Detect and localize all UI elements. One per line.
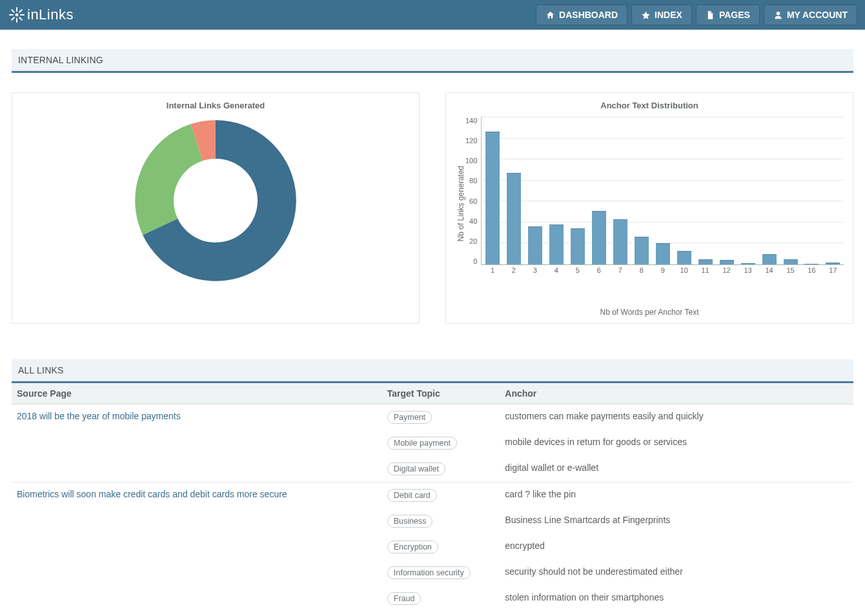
anchor-text: card ? like the pin — [500, 482, 853, 509]
topic-pill[interactable]: Mobile payment — [387, 437, 457, 450]
anchor-text: security should not be underestimated ei… — [500, 560, 853, 586]
nav-pages-button[interactable]: PAGES — [696, 5, 760, 25]
bar-9[interactable] — [656, 243, 670, 264]
home-icon — [545, 10, 555, 20]
table-row: Digital walletdigital wallet or e-wallet — [12, 456, 853, 482]
user-icon — [773, 10, 783, 20]
nav-pages-label: PAGES — [719, 10, 750, 20]
svg-line-7 — [12, 17, 14, 20]
bar-13[interactable] — [741, 263, 755, 264]
chart-internal-links: Internal Links Generated — [12, 92, 420, 324]
nav-index-label: INDEX — [655, 10, 682, 20]
nav-account-button[interactable]: MY ACCOUNT — [764, 5, 857, 25]
topic-pill[interactable]: Digital wallet — [387, 462, 445, 475]
bar-16[interactable] — [804, 264, 819, 264]
anchor-text: digital wallet or e-wallet — [500, 456, 853, 482]
chart-anchor-distribution-title: Anchor Text Distribution — [455, 101, 844, 110]
brand-logo[interactable]: inLinks — [9, 6, 74, 23]
bar-17[interactable] — [826, 263, 840, 264]
star-icon — [641, 10, 651, 20]
all-links-table: Source Page Target Topic Anchor 2018 wil… — [12, 383, 853, 611]
nav-dashboard-button[interactable]: DASHBOARD — [536, 5, 627, 25]
svg-line-6 — [19, 17, 22, 20]
bar-12[interactable] — [720, 260, 734, 264]
donut-chart — [132, 117, 300, 284]
topic-pill[interactable]: Fraud — [387, 592, 422, 605]
source-page-link[interactable]: Biometrics will soon make credit cards a… — [17, 489, 287, 499]
anchor-text: stolen information on their smartphones — [500, 586, 853, 611]
bar-plot-area: 1234567891011121314151617 — [481, 117, 844, 265]
anchor-text: mobile devices in return for goods or se… — [500, 430, 853, 456]
bar-1[interactable] — [485, 132, 500, 264]
table-row: Encryptionencrypted — [12, 534, 853, 560]
table-row: Mobile paymentmobile devices in return f… — [12, 430, 853, 456]
table-row: Information securitysecurity should not … — [12, 560, 853, 586]
topic-pill[interactable]: Business — [387, 515, 433, 528]
nav-index-button[interactable]: INDEX — [631, 5, 692, 25]
svg-line-8 — [19, 10, 22, 12]
topic-pill[interactable]: Debit card — [387, 489, 437, 502]
file-icon — [706, 10, 715, 20]
table-row: Fraudstolen information on their smartph… — [12, 586, 853, 611]
bar-11[interactable] — [698, 259, 713, 264]
th-target-topic: Target Topic — [382, 383, 500, 404]
bar-14[interactable] — [762, 254, 777, 264]
navbar: inLinks DASHBOARD INDEX PAGES MY ACCOUNT — [0, 0, 865, 30]
donut-slice-green[interactable] — [135, 124, 203, 235]
table-row: Biometrics will soon make credit cards a… — [12, 482, 853, 509]
topic-pill[interactable]: Payment — [387, 411, 432, 424]
section-internal-linking-heading: INTERNAL LINKING — [12, 49, 853, 73]
brand-sunburst-icon — [9, 7, 25, 23]
bar-3[interactable] — [528, 226, 542, 264]
svg-line-5 — [12, 10, 14, 12]
anchor-text: Business Line Smartcards at Fingerprints — [500, 508, 853, 534]
nav-dashboard-label: DASHBOARD — [559, 10, 618, 20]
th-anchor: Anchor — [500, 383, 853, 404]
bar-10[interactable] — [677, 251, 691, 264]
anchor-text: customers can make payments easily and q… — [500, 404, 853, 431]
bar-y-ticks: 140120100806040200 — [465, 117, 481, 265]
bar-ylabel: Nb of Links generated — [455, 166, 465, 241]
nav-account-label: MY ACCOUNT — [787, 10, 848, 20]
bar-2[interactable] — [507, 173, 521, 264]
anchor-text: encrypted — [500, 534, 853, 560]
table-row: BusinessBusiness Line Smartcards at Fing… — [12, 508, 853, 534]
bar-15[interactable] — [784, 259, 798, 264]
topic-pill[interactable]: Information security — [387, 566, 471, 579]
svg-point-0 — [15, 14, 19, 17]
charts-row: Internal Links Generated Anchor Text Dis… — [12, 92, 853, 324]
chart-internal-links-title: Internal Links Generated — [21, 101, 410, 110]
table-row: 2018 will be the year of mobile payments… — [12, 404, 853, 431]
source-page-link[interactable]: 2018 will be the year of mobile payments — [17, 411, 181, 421]
bar-5[interactable] — [571, 228, 585, 264]
th-source-page: Source Page — [12, 383, 382, 404]
bar-8[interactable] — [635, 237, 649, 264]
bar-6[interactable] — [592, 211, 606, 264]
bar-7[interactable] — [613, 219, 627, 264]
topic-pill[interactable]: Encryption — [387, 541, 438, 553]
brand-name: inLinks — [27, 6, 74, 23]
section-all-links-heading: ALL LINKS — [12, 359, 853, 383]
nav-buttons: DASHBOARD INDEX PAGES MY ACCOUNT — [536, 5, 857, 25]
chart-anchor-distribution: Anchor Text Distribution Nb of Links gen… — [445, 92, 853, 324]
bar-xlabel: Nb of Words per Anchor Text — [455, 308, 844, 317]
bar-4[interactable] — [549, 224, 564, 264]
